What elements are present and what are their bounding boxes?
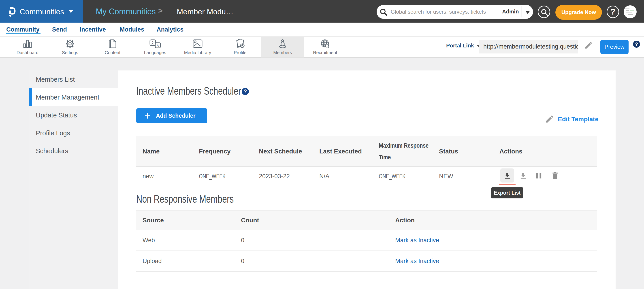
svg-text:A: A <box>157 44 159 48</box>
svg-text:文: 文 <box>151 41 154 45</box>
